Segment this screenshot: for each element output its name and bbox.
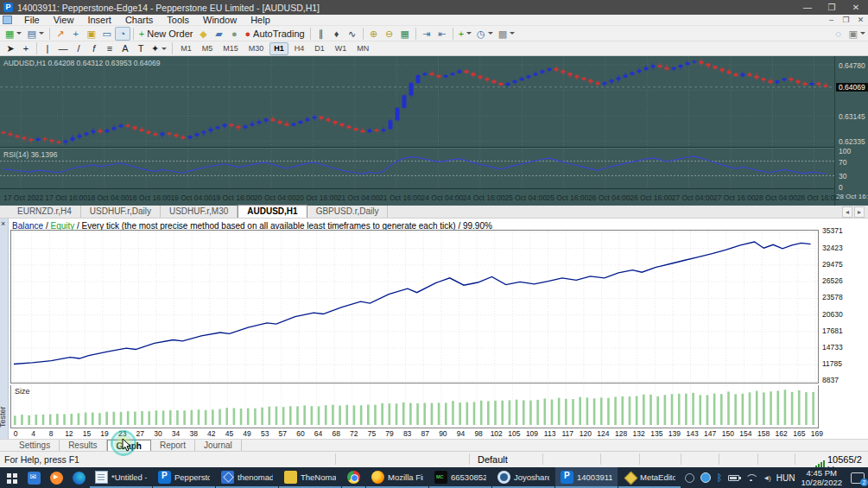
menu-view[interactable]: View: [47, 15, 81, 26]
balance-graph[interactable]: [10, 230, 819, 383]
menu-tools[interactable]: Tools: [160, 15, 196, 26]
tester-close-icon[interactable]: ×: [1, 220, 5, 228]
menu-file[interactable]: File: [17, 15, 47, 26]
timeframe-m15[interactable]: M15: [219, 42, 243, 55]
navigator-button[interactable]: ▣: [84, 27, 99, 41]
chart-tab-gbpusd-r-daily[interactable]: GBPUSD.r,Daily: [307, 206, 389, 218]
chart-tab-eurnzd-r-h4[interactable]: EURNZD.r,H4: [9, 206, 81, 218]
chart-tab-usdhuf-r-m30[interactable]: USDHUF.r,M30: [161, 206, 238, 218]
taskbar-task-mozilla-fir[interactable]: Mozilla Fir...: [366, 467, 428, 488]
market-watch-button[interactable]: ↗: [53, 27, 68, 41]
timeframe-d1[interactable]: D1: [310, 42, 329, 55]
zoom-out-button[interactable]: ⊖: [382, 27, 397, 41]
taskbar-task-metaeditor[interactable]: MetaEditor...: [618, 467, 681, 488]
timeframe-h4[interactable]: H4: [290, 42, 309, 55]
text-tool-button[interactable]: A: [117, 41, 133, 55]
timeframe-m1[interactable]: M1: [176, 42, 196, 55]
timeframe-m30[interactable]: M30: [244, 42, 269, 55]
taskbar-task-thenomad[interactable]: TheNomad...: [279, 467, 341, 488]
indicators-button[interactable]: +: [456, 27, 474, 41]
taskbar-task-thenomadt[interactable]: thenomadt...: [216, 467, 278, 488]
new-chart-button[interactable]: ▦: [3, 27, 24, 41]
clock[interactable]: 4:45 PM 10/28/2022: [801, 468, 842, 487]
taskbar-task-chrome[interactable]: [342, 467, 365, 488]
volume-icon[interactable]: ◄): [763, 474, 770, 482]
shapes-tool-button[interactable]: ✦: [149, 41, 169, 55]
language-indicator[interactable]: HUN: [776, 473, 795, 483]
size-subchart[interactable]: Size: [10, 385, 819, 428]
tabs-scroll-right-icon[interactable]: ▸: [854, 206, 865, 218]
timeframe-mn[interactable]: MN: [352, 42, 373, 55]
channel-tool-button[interactable]: 𝑓: [86, 41, 102, 55]
child-close-button[interactable]: ✕: [853, 14, 868, 26]
cursor-tool-button[interactable]: ➤: [3, 41, 18, 55]
periods-button[interactable]: ◷: [474, 27, 496, 41]
timeframe-h1[interactable]: H1: [269, 42, 288, 55]
tray-bird-icon[interactable]: [700, 472, 711, 483]
chart-tab-audusd-h1[interactable]: AUDUSD,H1: [238, 205, 307, 218]
taskbar-task-pepperston[interactable]: Pepperston...: [153, 467, 215, 488]
wifi-icon[interactable]: [745, 474, 757, 481]
web-terminal-button[interactable]: ●: [226, 27, 242, 41]
zoom-in-button[interactable]: ⊕: [366, 27, 382, 41]
taskbar-task-untitled[interactable]: *Untitled - ...: [90, 467, 152, 488]
vertical-line-tool-button[interactable]: |: [40, 41, 55, 55]
timeframe-w1[interactable]: W1: [331, 42, 352, 55]
chart-shift-button[interactable]: ⇤: [434, 27, 450, 41]
toolbar-separator: [363, 28, 364, 40]
trendline-tool-button[interactable]: /: [71, 41, 86, 55]
tester-tab-report[interactable]: Report: [151, 440, 195, 451]
quick-help-button[interactable]: ▣: [846, 27, 868, 41]
templates-button[interactable]: ▩: [496, 27, 517, 41]
taskbar-task-joyoshare[interactable]: Joyoshare ...: [492, 467, 554, 488]
restore-button[interactable]: ❐: [820, 0, 844, 15]
rsi-indicator-chart[interactable]: [0, 149, 834, 188]
bluetooth-icon[interactable]: ᛒ: [717, 472, 723, 483]
profiles-button[interactable]: ▤: [24, 27, 46, 41]
bar-chart-mode-button[interactable]: ∥: [314, 27, 329, 41]
status-profile[interactable]: Default: [478, 454, 508, 465]
candle-chart-mode-button[interactable]: ♦: [329, 27, 345, 41]
horizontal-line-tool-button[interactable]: —: [55, 41, 71, 55]
new-order-button[interactable]: +New Order: [136, 27, 196, 41]
tester-tab-settings[interactable]: Settings: [10, 440, 60, 451]
label-tool-button[interactable]: T: [133, 41, 149, 55]
menu-charts[interactable]: Charts: [118, 15, 160, 26]
tray-status-circle-icon[interactable]: [685, 473, 694, 483]
timeframe-m5[interactable]: M5: [198, 42, 218, 55]
chart-tab-usdhuf-r-daily[interactable]: USDHUF.r,Daily: [81, 206, 161, 218]
tester-tab-results[interactable]: Results: [60, 440, 106, 451]
menu-window[interactable]: Window: [196, 15, 244, 26]
minimize-button[interactable]: —: [795, 0, 820, 15]
data-window-button[interactable]: +: [68, 27, 84, 41]
fibonacci-tool-button[interactable]: ≡: [102, 41, 117, 55]
auto-scroll-button[interactable]: ⇥: [419, 27, 434, 41]
close-button[interactable]: ✕: [844, 0, 868, 15]
tester-tab-journal[interactable]: Journal: [195, 440, 242, 451]
taskbar-task-14003911[interactable]: 14003911: ...: [555, 467, 618, 488]
indicator-splitter[interactable]: [0, 147, 834, 149]
mail-app[interactable]: [22, 467, 45, 488]
tile-windows-button[interactable]: ▦: [397, 27, 413, 41]
child-restore-button[interactable]: ❐: [839, 14, 853, 26]
battery-icon[interactable]: [728, 475, 739, 481]
notification-center-icon[interactable]: 2: [851, 472, 865, 484]
menu-help[interactable]: Help: [244, 15, 277, 26]
chart-area[interactable]: [0, 56, 868, 206]
autotrading-button[interactable]: ●AutoTrading: [242, 27, 307, 41]
edge-app[interactable]: [67, 467, 90, 488]
tabs-scroll-left-icon[interactable]: ◂: [842, 206, 852, 218]
line-chart-mode-button[interactable]: ∿: [345, 27, 360, 41]
expert-advisors-button[interactable]: ▰: [211, 27, 226, 41]
crosshair-tool-button[interactable]: +: [18, 41, 34, 55]
movies-app[interactable]: [45, 467, 67, 488]
child-minimize-button[interactable]: –: [824, 14, 839, 26]
metaeditor-button[interactable]: ◆: [195, 27, 211, 41]
start-button[interactable]: [0, 467, 22, 488]
candlestick-chart[interactable]: [0, 56, 834, 147]
taskbar-task-66530852-i[interactable]: 66530852: I...: [429, 467, 491, 488]
strategy-tester-button[interactable]: ◔: [115, 27, 130, 41]
search-button[interactable]: ◌: [831, 27, 846, 41]
menu-insert[interactable]: Insert: [80, 15, 118, 26]
terminal-button[interactable]: ▭: [99, 27, 115, 41]
